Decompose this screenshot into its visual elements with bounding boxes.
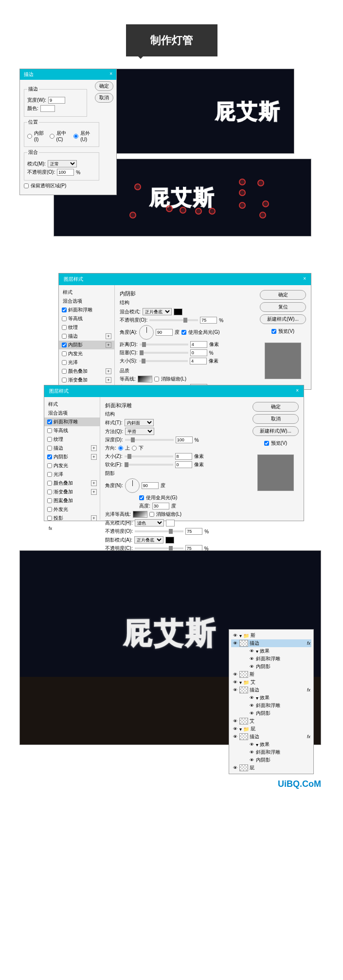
effect-satin[interactable]: 光泽 [44, 470, 100, 479]
pattern-overlay-checkbox[interactable] [47, 498, 52, 503]
visibility-icon[interactable]: 👁 [232, 671, 238, 677]
soften-input[interactable] [175, 461, 192, 468]
blend-options-item[interactable]: 混合选项 [44, 409, 100, 417]
cancel-button[interactable]: 取消 [95, 93, 113, 103]
width-input[interactable] [48, 97, 65, 104]
effect-stroke[interactable]: 描边+ [59, 332, 114, 341]
ok-button[interactable]: 确定 [260, 290, 306, 300]
opacity-input[interactable] [57, 169, 74, 176]
inner-shadow-checkbox[interactable] [62, 343, 67, 347]
preserve-transparency-checkbox[interactable] [24, 183, 29, 188]
shadow-color-swatch[interactable] [165, 537, 174, 544]
depth-slider[interactable] [125, 439, 174, 441]
layer-stroke-si[interactable]: 👁描边fx [231, 639, 311, 647]
styles-header[interactable]: 样式 [59, 288, 114, 297]
visibility-icon[interactable]: 👁 [249, 710, 254, 716]
gloss-contour-picker[interactable] [133, 511, 147, 518]
effect-texture[interactable]: 纹理 [44, 435, 100, 444]
visibility-icon[interactable]: 👁 [232, 687, 238, 693]
layer-effects-pi[interactable]: 👁▾效果 [231, 741, 311, 748]
highlight-color-swatch[interactable] [166, 520, 175, 526]
layer-fx-inner-shadow[interactable]: 👁内阴影 [231, 709, 311, 717]
soften-slider[interactable] [125, 464, 173, 466]
layer-si[interactable]: 👁斯 [231, 671, 311, 678]
reset-button[interactable]: 复位 [260, 302, 306, 312]
inner-glow-checkbox[interactable] [47, 463, 52, 468]
highlight-opacity-slider[interactable] [135, 530, 183, 532]
close-icon[interactable]: × [303, 276, 306, 283]
satin-checkbox[interactable] [62, 360, 67, 365]
effect-inner-shadow[interactable]: 内阴影+ [44, 453, 100, 461]
angle-input[interactable] [142, 482, 159, 489]
size-input[interactable] [190, 358, 207, 364]
visibility-icon[interactable]: 👁 [249, 703, 254, 708]
layer-group-ai[interactable]: 👁▾📁艾 [231, 678, 311, 686]
visibility-icon[interactable]: 👁 [232, 679, 238, 685]
effect-inner-glow[interactable]: 内发光 [59, 349, 114, 358]
effect-satin[interactable]: 光泽 [59, 358, 114, 367]
add-icon[interactable]: + [91, 454, 97, 460]
fx-indicator[interactable]: fx [307, 734, 310, 739]
add-icon[interactable]: + [106, 333, 111, 339]
effect-drop-shadow[interactable]: 投影+ [44, 514, 100, 523]
styles-header[interactable]: 样式 [44, 400, 100, 409]
layer-group-si[interactable]: 👁▾📁斯 [231, 632, 311, 639]
preview-checkbox[interactable] [271, 329, 276, 334]
highlight-opacity-input[interactable] [185, 528, 202, 535]
add-icon[interactable]: + [106, 377, 111, 383]
chevron-down-icon[interactable]: ▾ [239, 726, 242, 732]
visibility-icon[interactable]: 👁 [249, 664, 254, 670]
bevel-checkbox[interactable] [47, 419, 52, 424]
drop-shadow-checkbox[interactable] [47, 516, 52, 521]
size-slider[interactable] [139, 360, 188, 362]
shadow-color-swatch[interactable] [174, 309, 182, 315]
color-swatch[interactable] [40, 105, 55, 112]
texture-checkbox[interactable] [62, 325, 67, 330]
blend-options-item[interactable]: 混合选项 [59, 297, 114, 306]
ok-button[interactable]: 确定 [253, 402, 299, 412]
angle-input[interactable] [156, 329, 173, 336]
layer-fx-inner-shadow[interactable]: 👁内阴影 [231, 756, 311, 764]
layer-stroke-ai[interactable]: 👁描边fx [231, 686, 311, 694]
antialias-checkbox[interactable] [149, 512, 154, 517]
layer-fx-bevel[interactable]: 👁斜面和浮雕 [231, 655, 311, 663]
color-overlay-checkbox[interactable] [62, 369, 67, 374]
fx-indicator[interactable]: fx [307, 641, 310, 646]
position-center-radio[interactable] [50, 134, 54, 139]
depth-input[interactable] [176, 436, 193, 443]
mode-select[interactable]: 正常 [48, 160, 77, 167]
effect-bevel[interactable]: 斜面和浮雕 [59, 306, 114, 314]
choke-slider[interactable] [140, 352, 188, 354]
size-input[interactable] [175, 453, 192, 460]
fx-indicator[interactable]: fx [307, 688, 310, 692]
visibility-icon[interactable]: 👁 [232, 734, 238, 740]
contour-picker[interactable] [138, 376, 152, 382]
layer-fx-inner-shadow[interactable]: 👁内阴影 [231, 663, 311, 671]
new-style-button[interactable]: 新建样式(W)... [260, 314, 306, 324]
distance-input[interactable] [190, 341, 207, 348]
global-light-checkbox[interactable] [181, 330, 186, 335]
contour-checkbox[interactable] [62, 316, 67, 321]
effect-color-overlay[interactable]: 颜色叠加+ [44, 479, 100, 488]
visibility-icon[interactable]: 👁 [232, 726, 238, 732]
cancel-button[interactable]: 取消 [253, 414, 299, 424]
add-icon[interactable]: + [106, 368, 111, 374]
technique-select[interactable]: 平滑 [125, 428, 154, 435]
layer-effects-si[interactable]: 👁▾效果 [231, 647, 311, 655]
layer-fx-bevel[interactable]: 👁斜面和浮雕 [231, 748, 311, 756]
effect-color-overlay[interactable]: 颜色叠加+ [59, 367, 114, 376]
global-light-checkbox[interactable] [139, 495, 144, 500]
effect-grad-overlay[interactable]: 渐变叠加+ [44, 488, 100, 496]
effect-inner-glow[interactable]: 内发光 [44, 461, 100, 470]
dialog-titlebar[interactable]: 图层样式 × [59, 273, 311, 285]
direction-down-radio[interactable] [132, 446, 137, 451]
altitude-input[interactable] [152, 503, 169, 509]
fx-icon[interactable]: fx [47, 526, 54, 531]
satin-checkbox[interactable] [47, 472, 52, 477]
visibility-icon[interactable]: 👁 [232, 640, 238, 646]
add-icon[interactable]: + [91, 515, 97, 521]
effect-outer-glow[interactable]: 外发光 [44, 505, 100, 514]
opacity-slider[interactable] [149, 319, 198, 321]
grad-overlay-checkbox[interactable] [62, 378, 67, 382]
effect-bevel[interactable]: 斜面和浮雕 [44, 417, 100, 426]
